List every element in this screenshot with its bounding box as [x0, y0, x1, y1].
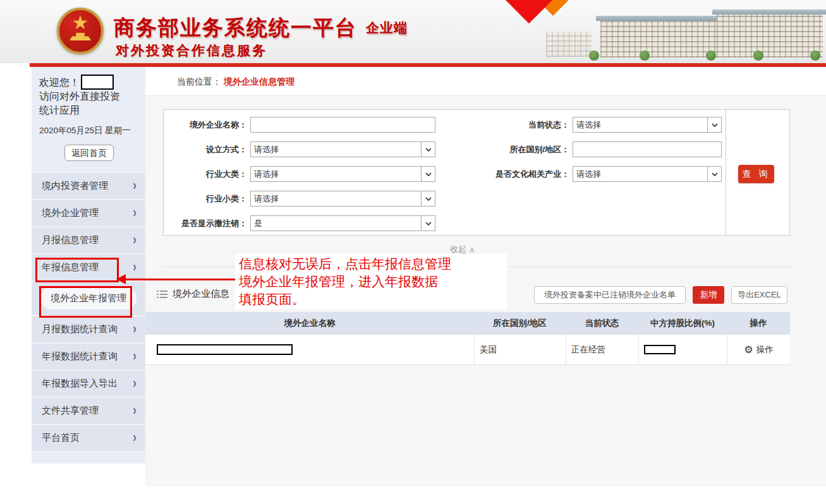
list-icon: [157, 290, 167, 299]
chevron-down-icon[interactable]: [421, 216, 435, 231]
section-title: 境外企业信息: [173, 288, 229, 300]
red-highlight-annual-report-submenu: [39, 286, 132, 318]
chevron-down-icon[interactable]: [707, 117, 721, 132]
footer-strip: [0, 486, 826, 504]
greeting-text: 欢迎您！: [39, 75, 80, 90]
sidebar-item-overseas-enterprise-mgmt[interactable]: 境外企业管理›: [32, 200, 145, 227]
chevron-down-icon[interactable]: [421, 191, 435, 206]
overseas-enterprise-table: 境外企业名称 所在国别/地区 当前状态 中方持股比例(%) 操作 美国 正在经营…: [145, 312, 790, 365]
sidebar-item-platform-home[interactable]: 平台首页›: [32, 425, 145, 452]
welcome-intro-line1: 访问对外直接投资: [39, 90, 139, 104]
col-header-country-region: 所在国别/地区: [474, 312, 566, 335]
sidebar-item-annual-report-import-export[interactable]: 年报数据导入导出›: [32, 371, 145, 398]
sidebar-item-domestic-investor-mgmt[interactable]: 境内投资者管理›: [32, 173, 145, 200]
annotation-line-2: 境外企业年报管理，进入年报数据: [239, 273, 503, 291]
industry-category-label: 行业大类：: [164, 169, 247, 180]
page-header: ★ 商务部业务系统统一平台企业端 对外投资合作信息服务: [0, 0, 826, 63]
query-button[interactable]: 查 询: [738, 165, 774, 183]
col-header-enterprise-name: 境外企业名称: [145, 312, 474, 335]
breadcrumb-label: 当前位置：: [177, 76, 221, 87]
show-deregistered-select[interactable]: 是: [250, 215, 435, 231]
chevron-right-icon: ›: [133, 205, 137, 221]
breadcrumb-current[interactable]: 境外企业信息管理: [224, 76, 295, 87]
culture-related-label: 是否文化相关产业：: [443, 169, 569, 180]
chevron-right-icon: ›: [133, 430, 137, 446]
annotation-line-1: 信息核对无误后，点击年报信息管理: [239, 255, 503, 273]
chevron-right-icon: ›: [133, 376, 137, 392]
edition-label: 企业端: [366, 20, 408, 35]
chevron-right-icon: ›: [133, 349, 137, 364]
cell-action[interactable]: ⚙ 操作: [727, 335, 790, 364]
cell-country-region: 美国: [474, 335, 566, 364]
country-region-label: 所在国别/地区：: [443, 144, 569, 155]
star-icon: ★: [59, 10, 101, 35]
form-divider: [726, 110, 726, 235]
industry-category-select[interactable]: 请选择: [250, 166, 435, 182]
tree-icon: [810, 51, 820, 61]
current-status-select[interactable]: 请选择: [573, 117, 722, 133]
gear-icon: ⚙: [744, 344, 753, 356]
ministry-building-illustration: [545, 0, 826, 62]
section-header: 境外企业信息: [157, 288, 229, 300]
cell-current-status: 正在经营: [566, 335, 638, 364]
chevron-right-icon: ›: [133, 178, 137, 194]
current-date: 2020年05月25日 星期一: [39, 125, 139, 136]
redacted-share-value: [644, 345, 676, 354]
chevron-down-icon[interactable]: [421, 142, 435, 157]
table-row: 美国 正在经营 ⚙ 操作: [145, 335, 790, 365]
cell-enterprise-name: [145, 335, 474, 364]
welcome-intro-line2: 统计应用: [39, 104, 139, 117]
chevron-down-icon[interactable]: [421, 167, 435, 181]
breadcrumb: 当前位置：境外企业信息管理: [145, 67, 826, 96]
industry-subcategory-label: 行业小类：: [164, 193, 247, 205]
chevron-right-icon: ›: [133, 403, 137, 419]
red-arrow-line: [125, 279, 235, 280]
current-status-label: 当前状态：: [443, 119, 569, 131]
establishment-method-select[interactable]: 请选择: [250, 141, 435, 157]
sidebar-item-file-sharing-mgmt[interactable]: 文件共享管理›: [32, 398, 145, 425]
chevron-right-icon: ›: [133, 321, 137, 337]
platform-subtitle: 对外投资合作信息服务: [116, 42, 267, 59]
col-header-current-status: 当前状态: [566, 312, 638, 335]
sidebar-item-annual-report-stats-query[interactable]: 年报数据统计查询›: [32, 344, 145, 371]
establishment-method-label: 设立方式：: [164, 144, 247, 155]
welcome-block: 欢迎您！ 访问对外直接投资 统计应用 2020年05月25日 星期一 返回首页: [32, 67, 145, 161]
back-home-button[interactable]: 返回首页: [64, 145, 114, 161]
red-highlight-annual-report-menu: [35, 258, 119, 282]
industry-subcategory-select[interactable]: 请选择: [250, 191, 435, 207]
annotation-line-3: 填报页面。: [239, 291, 503, 308]
tree-icon: [706, 51, 716, 61]
overseas-enterprise-name-label: 境外企业名称：: [164, 119, 247, 131]
show-deregistered-label: 是否显示撤注销：: [164, 218, 247, 229]
action-link[interactable]: 操作: [756, 344, 774, 356]
sidebar-item-monthly-report-stats-query[interactable]: 月报数据统计查询›: [32, 316, 145, 344]
redacted-enterprise-name: [157, 344, 293, 355]
tree-icon: [753, 51, 763, 61]
add-button[interactable]: 新增: [693, 286, 724, 304]
col-header-action: 操作: [727, 312, 790, 335]
country-region-input[interactable]: [573, 141, 722, 157]
platform-title: 商务部业务系统统一平台企业端: [114, 14, 408, 42]
redacted-username: [81, 75, 114, 90]
red-arrow-head-icon: [116, 274, 126, 284]
col-header-chinese-share: 中方持股比例(%): [638, 312, 727, 335]
chevron-down-icon[interactable]: [707, 167, 721, 181]
culture-related-select[interactable]: 请选择: [573, 166, 722, 182]
tutorial-annotation: 信息核对无误后，点击年报信息管理 境外企业年报管理，进入年报数据 填报页面。: [235, 254, 507, 309]
search-form: 境外企业名称： 设立方式： 请选择 行业大类： 请选择 行业小类： 请选择 是否…: [163, 109, 790, 236]
overseas-enterprise-name-input[interactable]: [250, 117, 435, 133]
sidebar-item-monthly-report-info-mgmt[interactable]: 月报信息管理›: [32, 227, 145, 255]
export-excel-button[interactable]: 导出EXCEL: [731, 286, 787, 304]
building-far: [546, 32, 592, 57]
deregistered-enterprise-list-button[interactable]: 境外投资备案中已注销境外企业名单: [534, 286, 686, 304]
chevron-right-icon: ›: [133, 232, 137, 248]
tree-icon: [640, 51, 650, 61]
caret-up-icon: ∧: [469, 245, 475, 255]
chevron-right-icon: ›: [133, 260, 137, 275]
cell-chinese-share: [638, 335, 727, 364]
tree-icon: [589, 51, 599, 61]
building-right: [717, 15, 823, 57]
table-header-row: 境外企业名称 所在国别/地区 当前状态 中方持股比例(%) 操作: [145, 312, 790, 335]
national-emblem-logo: ★: [57, 8, 104, 54]
